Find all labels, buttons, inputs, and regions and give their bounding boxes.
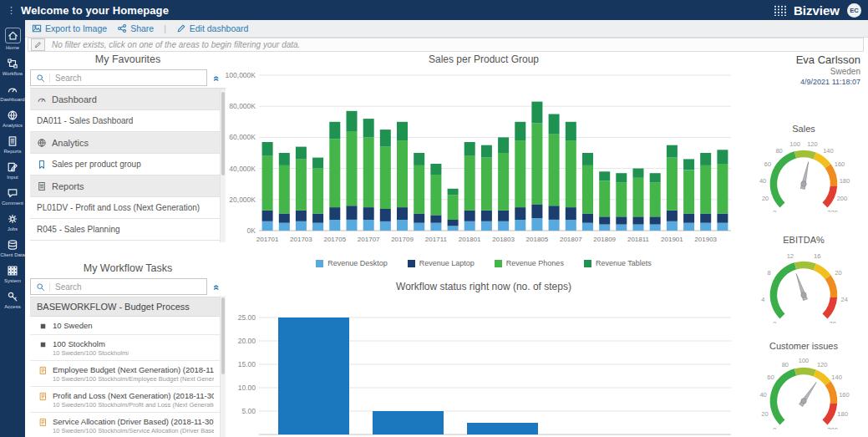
- app-menu-icon[interactable]: ⋮: [7, 5, 16, 16]
- svg-text:180: 180: [837, 410, 848, 418]
- favourites-item[interactable]: DA011 - Sales Dashboard: [30, 110, 226, 132]
- sidebar-item-workflow[interactable]: Workflow: [0, 53, 25, 79]
- ebitda-gauge[interactable]: EBITDA% 0481216202428: [742, 235, 865, 327]
- tasks-scrollbar[interactable]: [220, 296, 226, 437]
- svg-text:15.00: 15.00: [238, 360, 256, 368]
- sidebar-item-access[interactable]: Access: [0, 287, 25, 313]
- svg-text:120: 120: [807, 140, 818, 148]
- svg-text:201903: 201903: [694, 236, 717, 243]
- edit-icon: [176, 23, 186, 33]
- export-to-image-button[interactable]: Export to Image: [32, 23, 107, 33]
- svg-text:0K: 0K: [247, 226, 256, 235]
- scrollbar-thumb[interactable]: [221, 92, 225, 175]
- legend-swatch: [316, 260, 323, 267]
- legend-item[interactable]: Revenue Laptop: [408, 259, 475, 267]
- favourites-group-header[interactable]: Dashboard: [30, 89, 226, 110]
- workflow-task[interactable]: 10 Sweden: [30, 317, 226, 335]
- reports-icon: [37, 181, 47, 191]
- svg-text:201807: 201807: [560, 236, 582, 243]
- legend-swatch: [584, 260, 591, 267]
- svg-text:200: 200: [827, 426, 838, 429]
- workflow-icon: [7, 58, 18, 69]
- client-data-icon: [7, 239, 18, 251]
- collapse-favourites-icon[interactable]: «: [207, 70, 226, 85]
- svg-text:28: 28: [829, 320, 835, 323]
- chart-legend: Revenue DesktopRevenue LaptopRevenue Pho…: [226, 259, 742, 267]
- sidebar-item-client-data[interactable]: Client Data: [0, 235, 25, 261]
- sidebar-item-comment[interactable]: Comment: [0, 183, 25, 209]
- svg-text:80,000K: 80,000K: [229, 102, 256, 110]
- bar-chart-area[interactable]: 5.0010.0015.0020.0025.00: [226, 294, 742, 437]
- favourites-scrollbar[interactable]: [220, 90, 226, 242]
- svg-text:120: 120: [817, 361, 828, 368]
- gauge-title: Customer issues: [742, 341, 865, 353]
- sales-per-product-group-chart[interactable]: Sales per Product Group 0K20,000K40,000K…: [226, 53, 742, 267]
- svg-text:201707: 201707: [358, 236, 380, 243]
- svg-text:80: 80: [782, 361, 789, 368]
- workflow-status-chart[interactable]: Workflow status right now (no. of steps)…: [226, 281, 742, 437]
- gauge-svg[interactable]: 020406080100120140160180200: [746, 353, 861, 429]
- reports-icon: [7, 135, 18, 147]
- share-button[interactable]: Share: [117, 23, 154, 33]
- brand-logo[interactable]: Bizview: [794, 3, 840, 18]
- svg-text:60,000K: 60,000K: [229, 133, 256, 141]
- user-avatar[interactable]: EC: [847, 3, 861, 18]
- edit-icon: [34, 41, 42, 48]
- favourites-item[interactable]: PL01DV - Profit and Loss (Next Generatio…: [30, 197, 226, 219]
- search-icon[interactable]: [31, 282, 50, 292]
- sidebar-item-jobs[interactable]: Jobs: [0, 209, 25, 235]
- sidebar-item-label: Dashboard: [0, 97, 24, 102]
- legend-item[interactable]: Revenue Desktop: [316, 259, 388, 267]
- tasks-search-input[interactable]: [50, 282, 206, 292]
- workflow-task[interactable]: Employee Budget (Next Generation) (2018-…: [30, 361, 226, 387]
- filter-message: No filter exists, click on one of the ar…: [52, 40, 300, 49]
- sidebar-item-home[interactable]: Home: [0, 23, 25, 53]
- svg-text:201805: 201805: [526, 236, 549, 243]
- search-icon[interactable]: [31, 74, 50, 83]
- chart-title: Sales per Product Group: [226, 53, 742, 67]
- sidebar-item-dashboard[interactable]: Dashboard: [0, 79, 25, 105]
- edit-dashboard-button[interactable]: Edit dashboard: [176, 23, 249, 33]
- top-bar: ⋮ Welcome to your Homepage Bizview EC: [0, 0, 868, 20]
- favourites-search-input[interactable]: [50, 74, 206, 83]
- svg-text:12: 12: [787, 252, 794, 260]
- system-icon: [7, 265, 18, 277]
- workflow-task[interactable]: Service Allocation (Driver Based) (2018-…: [30, 413, 226, 437]
- workflow-task[interactable]: 100 Stockholm10 Sweden/100 Stockholm/: [30, 335, 226, 361]
- sidebar-item-input[interactable]: Input: [0, 157, 25, 183]
- legend-item[interactable]: Revenue Phones: [495, 259, 564, 267]
- sales-gauge[interactable]: Sales 020406080100120140160180200220: [742, 124, 865, 216]
- gauge-svg[interactable]: 020406080100120140160180200220: [746, 135, 861, 212]
- edit-dashboard-label: Edit dashboard: [190, 23, 249, 33]
- workflow-task[interactable]: Profit and Loss (Next Generation) (2018-…: [30, 387, 226, 413]
- pencil-icon: [176, 23, 186, 33]
- workflow-group-header[interactable]: BASEWORKFLOW - Budget Process: [30, 297, 226, 317]
- workflow-chart-svg[interactable]: 5.0010.0015.0020.0025.00: [226, 294, 742, 437]
- gauge-svg[interactable]: 0481216202428: [746, 246, 861, 323]
- legend-item[interactable]: Revenue Tablets: [584, 259, 652, 267]
- sidebar-item-reports[interactable]: Reports: [0, 131, 25, 157]
- favourites-item[interactable]: R045 - Sales Planning: [30, 219, 226, 241]
- app-launcher-icon[interactable]: [773, 4, 786, 16]
- input-icon: [7, 161, 18, 173]
- sidebar-item-system[interactable]: System: [0, 261, 25, 287]
- dashboard-icon: [7, 84, 18, 95]
- favourites-group-header[interactable]: Analytics: [30, 132, 226, 154]
- svg-text:200: 200: [837, 195, 848, 202]
- sidebar-item-analytics[interactable]: Analytics: [0, 105, 25, 131]
- favourites-group-header[interactable]: Reports: [30, 175, 226, 197]
- user-datetime: 4/9/2021 11:18:07: [742, 78, 865, 86]
- legend-swatch: [408, 260, 415, 267]
- favourites-item[interactable]: Sales per product group: [30, 154, 226, 175]
- scrollbar-thumb[interactable]: [221, 297, 225, 374]
- svg-text:24: 24: [841, 296, 848, 303]
- customer-issues-gauge[interactable]: Customer issues 020406080100120140160180…: [742, 341, 865, 433]
- svg-text:201701: 201701: [256, 236, 279, 243]
- filter-edit-button[interactable]: [31, 38, 45, 51]
- share-label: Share: [130, 23, 154, 33]
- sales-chart-svg[interactable]: 0K20,000K40,000K60,000K80,000K100,000K20…: [226, 67, 742, 249]
- collapse-tasks-icon[interactable]: «: [207, 279, 226, 294]
- stacked-bar-chart-area[interactable]: 0K20,000K40,000K60,000K80,000K100,000K20…: [226, 67, 742, 252]
- svg-text:16: 16: [814, 252, 820, 260]
- workflow-task-list: 10 Sweden100 Stockholm10 Sweden/100 Stoc…: [30, 317, 226, 437]
